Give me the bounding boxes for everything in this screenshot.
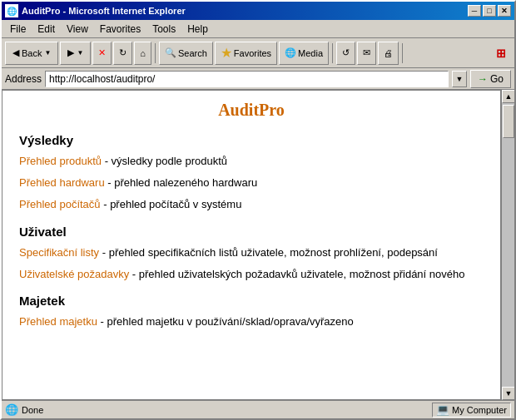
desc-specifikacni-listy: - přehled specifikačních listů uživatele…	[99, 246, 438, 259]
title-bar-left: 🌐 AuditPro - Microsoft Internet Explorer	[5, 4, 186, 17]
menu-edit[interactable]: Edit	[32, 22, 60, 36]
toolbar-separator-1	[155, 43, 156, 63]
section-heading-uzivatel: Uživatel	[19, 225, 484, 239]
go-button[interactable]: → Go	[470, 70, 511, 88]
ie-icon: 🌐	[5, 4, 18, 17]
menu-tools[interactable]: Tools	[147, 22, 181, 36]
content-area: AuditPro Výsledky Přehled produktů - výs…	[2, 90, 501, 400]
menu-help[interactable]: Help	[182, 22, 213, 36]
go-arrow-icon: →	[478, 73, 488, 85]
mail-button[interactable]: ✉	[357, 42, 376, 65]
link-specifikacni-listy[interactable]: Specifikační listy	[19, 246, 99, 259]
back-button[interactable]: ◀ Back ▼	[5, 42, 58, 65]
menu-bar: File Edit View Favorites Tools Help	[2, 20, 514, 38]
stop-icon: ✕	[98, 47, 106, 58]
back-dropdown-icon: ▼	[44, 49, 51, 57]
content-wrap: AuditPro Výsledky Přehled produktů - výs…	[2, 90, 514, 400]
section-heading-vysledky: Výsledky	[19, 133, 484, 147]
status-page-icon: 🌐	[5, 403, 18, 417]
scroll-up-button[interactable]: ▲	[502, 90, 514, 103]
list-item: Přehled hardwaru - přehled nalezeného ha…	[19, 175, 484, 190]
toolbar-separator-3	[402, 43, 403, 63]
title-bar: 🌐 AuditPro - Microsoft Internet Explorer…	[2, 2, 514, 20]
status-bar: 🌐 Done 💻 My Computer	[2, 400, 514, 418]
address-input[interactable]	[46, 73, 448, 85]
scroll-down-button[interactable]: ▼	[502, 387, 514, 400]
window-controls: ─ □ ✕	[468, 5, 511, 17]
mail-icon: ✉	[363, 47, 370, 58]
refresh-icon: ↻	[119, 47, 127, 58]
desc-prehled-hardwaru: - přehled nalezeného hardwaru	[105, 176, 258, 189]
media-label: Media	[298, 48, 323, 58]
address-label: Address	[5, 73, 42, 85]
stop-button[interactable]: ✕	[92, 42, 112, 65]
toolbar-separator-2	[332, 43, 333, 63]
link-uzivatelske-pozadavky[interactable]: Uživatelské požadavky	[19, 268, 129, 280]
star-icon: ★	[221, 45, 232, 61]
home-icon: ⌂	[140, 48, 146, 58]
print-button[interactable]: 🖨	[378, 42, 399, 65]
list-item: Uživatelské požadavky - přehled uživatel…	[19, 267, 484, 282]
link-prehled-majetku[interactable]: Přehled majetku	[19, 315, 97, 328]
page-title: AuditPro	[19, 101, 484, 120]
favorites-button[interactable]: ★ Favorites	[215, 42, 277, 65]
maximize-button[interactable]: □	[483, 5, 496, 17]
forward-arrow-icon: ▶	[67, 47, 74, 58]
toolbar: ◀ Back ▼ ▶ ▼ ✕ ↻ ⌂ 🔍 Search ★ Favorites …	[2, 38, 514, 68]
menu-favorites[interactable]: Favorites	[95, 22, 146, 36]
menu-view[interactable]: View	[62, 22, 93, 36]
window-title: AuditPro - Microsoft Internet Explorer	[22, 6, 186, 16]
desc-uzivatelske-pozadavky: - přehled uživatelských požadavků uživat…	[129, 268, 464, 280]
list-item: Přehled majetku - přehled majetku v použ…	[19, 314, 484, 329]
back-arrow-icon: ◀	[12, 47, 19, 58]
media-button[interactable]: 🌐 Media	[279, 42, 329, 65]
computer-icon: 💻	[436, 403, 449, 416]
forward-button[interactable]: ▶ ▼	[60, 42, 91, 65]
home-button[interactable]: ⌂	[134, 42, 151, 65]
address-bar: Address ▼ → Go	[2, 68, 514, 90]
search-icon: 🔍	[165, 47, 176, 58]
go-label: Go	[490, 73, 504, 85]
desc-prehled-majetku: - přehled majetku v používání/sklad/opra…	[97, 315, 354, 328]
link-prehled-pocitacu[interactable]: Přehled počítačů	[19, 198, 101, 210]
favorites-label: Favorites	[234, 48, 271, 58]
desc-prehled-pocitacu: - přehled počítačů v systému	[101, 198, 242, 210]
zone-label: My Computer	[452, 405, 507, 415]
list-item: Přehled produktů - výsledky podle produk…	[19, 154, 484, 169]
list-item: Přehled počítačů - přehled počítačů v sy…	[19, 197, 484, 212]
link-prehled-hardwaru[interactable]: Přehled hardwaru	[19, 176, 105, 189]
menu-file[interactable]: File	[5, 22, 31, 36]
back-label: Back	[22, 48, 42, 58]
link-prehled-produktu[interactable]: Přehled produktů	[19, 155, 102, 167]
media-icon: 🌐	[285, 47, 296, 58]
search-button[interactable]: 🔍 Search	[159, 42, 213, 65]
history-icon: ↺	[342, 47, 350, 58]
scroll-thumb[interactable]	[503, 105, 514, 138]
address-input-wrap	[45, 71, 449, 87]
refresh-button[interactable]: ↻	[113, 42, 132, 65]
forward-dropdown-icon: ▼	[77, 49, 83, 57]
print-icon: 🖨	[384, 48, 393, 58]
windows-logo: ⊞	[491, 42, 511, 65]
address-dropdown[interactable]: ▼	[452, 71, 467, 87]
status-zone: 💻 My Computer	[432, 403, 511, 418]
list-item: Specifikační listy - přehled specifikačn…	[19, 245, 484, 260]
status-text: Done	[22, 405, 429, 415]
close-button[interactable]: ✕	[498, 5, 511, 17]
desc-prehled-produktu: - výsledky podle produktů	[102, 155, 227, 167]
browser-window: 🌐 AuditPro - Microsoft Internet Explorer…	[0, 0, 516, 420]
section-heading-majetek: Majetek	[19, 294, 484, 308]
history-button[interactable]: ↺	[336, 42, 355, 65]
search-label: Search	[178, 48, 207, 58]
minimize-button[interactable]: ─	[468, 5, 481, 17]
scroll-track[interactable]	[502, 103, 514, 387]
scrollbar: ▲ ▼	[501, 90, 514, 400]
